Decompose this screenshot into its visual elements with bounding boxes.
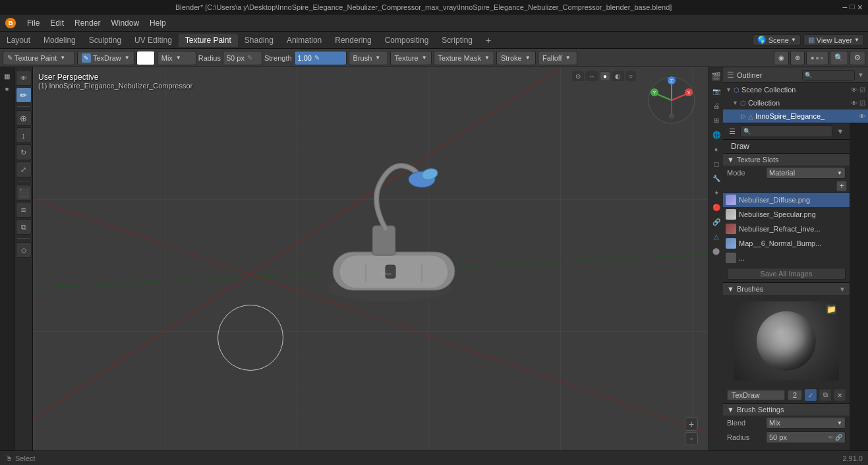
scene-collection-vis[interactable]: 👁 xyxy=(851,86,857,94)
brushes-header[interactable]: ▼ Brushes ▼ xyxy=(723,282,850,295)
panel-filter-btn[interactable]: ▼ xyxy=(834,125,847,138)
properties-icon-physics[interactable]: 🔴 xyxy=(710,201,723,214)
workspace-tab-scripting[interactable]: Scripting xyxy=(435,34,479,47)
outliner-filter[interactable]: ▼ xyxy=(857,71,864,78)
navigation-gizmo[interactable]: Z X Y xyxy=(645,74,698,127)
outliner-search[interactable]: 🔍 xyxy=(802,70,855,80)
texture-slot-4[interactable]: ... xyxy=(723,251,850,265)
maximize-btn[interactable]: □ xyxy=(850,2,855,13)
viewport-overlay-btn[interactable]: ⊙ xyxy=(572,71,584,81)
texture-slot-3[interactable]: Map__6_Normal_Bump... xyxy=(723,236,850,251)
properties-icon-modifiers[interactable]: 🔧 xyxy=(710,171,723,185)
radius-prop-value[interactable]: 50 px ✏ 🔗 xyxy=(766,431,846,443)
scale-icon[interactable]: ⤢ xyxy=(16,162,32,177)
radius-edit-icon[interactable]: ✏ xyxy=(828,434,834,441)
move-icon[interactable]: ↕ xyxy=(16,127,32,143)
close-btn[interactable]: × xyxy=(857,2,863,13)
zoom-out-btn[interactable]: - xyxy=(685,432,698,445)
left-strip-icon-1[interactable]: ▦ xyxy=(1,70,13,82)
paint-brush-icon[interactable]: ✏ xyxy=(16,87,32,103)
workspace-tab-animation[interactable]: Animation xyxy=(280,34,328,47)
radius-link-icon[interactable]: 🔗 xyxy=(835,434,842,441)
workspace-tab-shading[interactable]: Shading xyxy=(238,34,280,47)
collection-row[interactable]: ▼ ⬡ Collection 👁 ☑ xyxy=(723,96,868,109)
gizmo-toggle-btn[interactable]: ↔ xyxy=(585,71,598,81)
properties-icon-object[interactable]: ◻ xyxy=(710,157,723,170)
workspace-add-tab[interactable]: + xyxy=(479,33,498,47)
mode-dropdown[interactable]: Material ▼ xyxy=(766,167,846,179)
brush-number[interactable]: 2 xyxy=(788,390,802,400)
rotate-icon[interactable]: ↻ xyxy=(16,144,32,160)
scene-collection-checkbox[interactable]: ☑ xyxy=(859,86,865,94)
brush-settings-header[interactable]: ▼ Brush Settings xyxy=(723,403,850,416)
filter-btn[interactable]: ⚙ xyxy=(850,51,865,65)
collection-vis[interactable]: 👁 xyxy=(851,100,857,107)
cursor-icon[interactable]: ⊕ xyxy=(16,110,32,126)
eraser-icon[interactable]: ◇ xyxy=(16,242,32,258)
workspace-tab-compositing[interactable]: Compositing xyxy=(378,34,436,47)
add-slot-btn[interactable]: + xyxy=(836,181,847,191)
viewport[interactable]: Philips User Perspective (1) InnoSpire_E… xyxy=(33,67,709,450)
texture-slot-2[interactable]: Nebuliser_Refract_inve... xyxy=(723,222,850,236)
blend-mode-dropdown[interactable]: Mix ▼ xyxy=(157,51,196,65)
properties-icon-world[interactable]: ♦ xyxy=(710,142,723,156)
collection-checkbox[interactable]: ☑ xyxy=(859,100,865,107)
shading-material-btn[interactable]: ◐ xyxy=(612,71,624,81)
object-row[interactable]: ▷ △ InnoSpire_Elegance_ 👁 xyxy=(723,109,868,123)
viewport-overlays-btn[interactable]: ◉ xyxy=(774,51,789,65)
texture-slot-1[interactable]: Nebuliser_Specular.png xyxy=(723,207,850,222)
texture-dropdown[interactable]: Texture ▼ xyxy=(390,51,432,65)
mode-view-icon[interactable]: 👁 xyxy=(16,70,32,86)
clone-icon[interactable]: ⧉ xyxy=(16,219,32,235)
shading-solid-btn[interactable]: ● xyxy=(600,71,610,81)
properties-icon-data[interactable]: △ xyxy=(710,230,723,243)
brush-preview[interactable]: 📁 xyxy=(734,301,839,381)
menu-edit[interactable]: Edit xyxy=(45,17,69,29)
texture-mask-dropdown[interactable]: Texture Mask ▼ xyxy=(434,51,494,65)
fill-icon[interactable]: ⬛ xyxy=(16,185,32,201)
strength-field[interactable]: 1.00 ✎ xyxy=(294,51,347,65)
falloff-dropdown[interactable]: Falloff ▼ xyxy=(538,51,577,65)
properties-icon-rendersettings[interactable]: 📷 xyxy=(710,84,723,98)
menu-help[interactable]: Help xyxy=(145,17,171,29)
color-swatch[interactable] xyxy=(136,51,155,65)
gizmos-btn[interactable]: ⊕ xyxy=(790,51,805,65)
brush-panel-icon[interactable]: ▼ xyxy=(839,286,846,293)
preview-add-btn[interactable]: 📁 xyxy=(826,304,836,315)
search-btn[interactable]: 🔍 xyxy=(830,51,848,65)
properties-icon-output[interactable]: 🖨 xyxy=(710,99,723,112)
scene-selector[interactable]: 🌎 Scene ▼ xyxy=(753,34,801,46)
brush-dropdown[interactable]: Brush ▼ xyxy=(349,51,388,65)
properties-icon-constraints[interactable]: 🔗 xyxy=(710,215,723,228)
brush-name-dropdown[interactable]: ✎ TexDraw ▼ xyxy=(77,51,134,65)
menu-file[interactable]: File xyxy=(22,17,44,29)
panel-icon-scene[interactable]: ☰ xyxy=(726,125,739,138)
texture-slot-0[interactable]: Nebuliser_Diffuse.png xyxy=(723,193,850,207)
save-all-btn[interactable]: Save All Images xyxy=(727,268,846,280)
workspace-tab-rendering[interactable]: Rendering xyxy=(328,34,378,47)
stroke-dropdown[interactable]: Stroke ▼ xyxy=(496,51,536,65)
brush-delete-icon[interactable]: ✕ xyxy=(834,389,846,401)
workspace-tab-layout[interactable]: Layout xyxy=(0,34,37,47)
properties-icon-scene[interactable]: 🎬 xyxy=(710,70,723,83)
menu-window[interactable]: Window xyxy=(106,17,144,29)
object-vis[interactable]: 👁 xyxy=(859,113,865,120)
view-buttons[interactable]: ●●● xyxy=(806,51,828,65)
texture-slots-header[interactable]: ▼ Texture Slots xyxy=(723,153,850,166)
left-strip-icon-2[interactable]: ■ xyxy=(1,83,13,95)
blend-dropdown[interactable]: Mix ▼ xyxy=(766,417,846,429)
workspace-tab-uvediting[interactable]: UV Editing xyxy=(128,34,179,47)
panel-search[interactable]: 🔍 xyxy=(740,125,832,137)
properties-icon-view[interactable]: ⊞ xyxy=(710,113,723,127)
view-layer-selector[interactable]: ▦ View Layer ▼ xyxy=(803,34,864,46)
brush-name-field[interactable]: TexDraw xyxy=(727,390,785,400)
workspace-tab-sculpting[interactable]: Sculpting xyxy=(82,34,128,47)
properties-icon-particles[interactable]: ✦ xyxy=(710,186,723,199)
minimize-btn[interactable]: − xyxy=(842,2,847,13)
workspace-tab-texturepaint[interactable]: Texture Paint xyxy=(179,34,238,47)
blender-logo[interactable]: B xyxy=(3,16,18,30)
radius-field[interactable]: 50 px ✎ xyxy=(223,51,262,65)
scene-collection-row[interactable]: ▼ ⬡ Scene Collection 👁 ☑ xyxy=(723,83,868,96)
properties-icon-scene2[interactable]: 🌐 xyxy=(710,128,723,141)
properties-icon-material[interactable]: ⬤ xyxy=(710,244,723,257)
